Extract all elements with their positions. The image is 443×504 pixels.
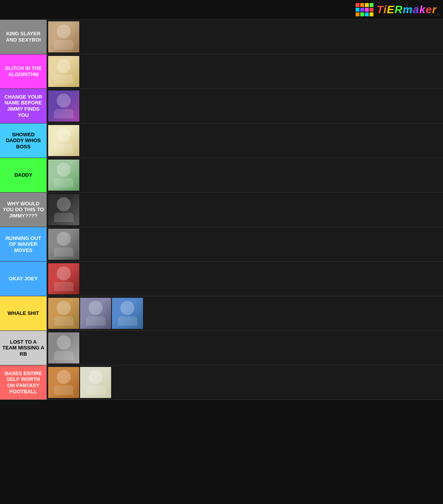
- tier-photo-0-0[interactable]: [48, 21, 79, 52]
- tier-content-9: [47, 331, 443, 365]
- tier-content-1: [47, 54, 443, 89]
- tier-label-4: DADDY: [0, 158, 47, 192]
- tier-row-4: DADDY: [0, 158, 443, 193]
- tier-content-7: [47, 262, 443, 296]
- tier-row-0: KING SLAYER AND SEXYBOI: [0, 20, 443, 54]
- tier-photo-6-0[interactable]: [48, 229, 79, 260]
- tier-content-4: [47, 158, 443, 192]
- tier-photo-1-0[interactable]: [48, 56, 79, 87]
- tier-photo-3-0[interactable]: [48, 125, 79, 156]
- header: TiERmaker: [0, 0, 443, 20]
- tier-label-5: WHY WOULD YOU DO THIS TO JIMMY????: [0, 193, 47, 227]
- tier-container: KING SLAYER AND SEXYBOIGLITCH IN THE ALG…: [0, 20, 443, 400]
- logo-cell-1: [356, 3, 359, 7]
- tier-label-3: SHOWED DADDY WHOS BOSS: [0, 123, 47, 158]
- logo-cell-3: [365, 3, 369, 7]
- tier-photo-8-2[interactable]: [112, 298, 143, 329]
- tier-content-6: [47, 227, 443, 261]
- tier-photo-2-0[interactable]: [48, 90, 79, 122]
- tier-photo-4-0[interactable]: [48, 160, 79, 191]
- logo-cell-8: [370, 8, 373, 12]
- tier-label-6: RUNNING OUT OF WAIVER MOVES: [0, 227, 47, 261]
- logo-cell-6: [360, 8, 364, 12]
- tier-content-3: [47, 123, 443, 158]
- tier-row-8: WHALE SHIT: [0, 296, 443, 331]
- tier-row-5: WHY WOULD YOU DO THIS TO JIMMY????: [0, 193, 443, 227]
- logo-cell-12: [370, 12, 373, 16]
- logo-cell-10: [360, 12, 364, 16]
- tier-content-10: [47, 365, 443, 400]
- tier-photo-8-0[interactable]: [48, 298, 79, 329]
- tier-content-0: [47, 20, 443, 54]
- logo-cell-4: [370, 3, 373, 7]
- tier-label-10: BASES ENTIRE SELF WORTH ON FANTASY FOOTB…: [0, 365, 47, 400]
- tier-photo-8-1[interactable]: [80, 298, 111, 329]
- tier-content-2: [47, 89, 443, 123]
- tier-photo-9-0[interactable]: [48, 332, 79, 363]
- logo-text: TiERmaker: [377, 3, 437, 16]
- tier-photo-10-0[interactable]: [48, 367, 79, 398]
- tier-photo-7-0[interactable]: [48, 263, 79, 294]
- tier-label-8: WHALE SHIT: [0, 296, 47, 330]
- logo-cell-7: [365, 8, 369, 12]
- tier-content-5: [47, 193, 443, 227]
- tier-row-10: BASES ENTIRE SELF WORTH ON FANTASY FOOTB…: [0, 365, 443, 400]
- tier-content-8: [47, 296, 443, 330]
- logo-cell-9: [356, 12, 359, 16]
- tier-row-9: LOST TO A TEAM MISSING A RB: [0, 331, 443, 365]
- logo-cell-5: [356, 8, 359, 12]
- tiermaker-logo: TiERmaker: [356, 3, 437, 16]
- tier-row-1: GLITCH IN THE ALGORITHM: [0, 54, 443, 89]
- tier-row-3: SHOWED DADDY WHOS BOSS: [0, 123, 443, 158]
- logo-cell-2: [360, 3, 364, 7]
- tier-label-7: OKAY JOEY: [0, 262, 47, 296]
- logo-icon-grid: [356, 3, 373, 16]
- tier-label-1: GLITCH IN THE ALGORITHM: [0, 54, 47, 89]
- tier-label-9: LOST TO A TEAM MISSING A RB: [0, 331, 47, 365]
- tier-photo-5-0[interactable]: [48, 194, 79, 225]
- logo-cell-11: [365, 12, 369, 16]
- tier-label-2: CHANGE YOUR NAME BEFORE JIMMY FINDS YOU: [0, 89, 47, 123]
- tier-label-0: KING SLAYER AND SEXYBOI: [0, 20, 47, 54]
- tier-photo-10-1[interactable]: [80, 367, 111, 398]
- tier-row-6: RUNNING OUT OF WAIVER MOVES: [0, 227, 443, 262]
- tier-row-7: OKAY JOEY: [0, 262, 443, 296]
- tier-row-2: CHANGE YOUR NAME BEFORE JIMMY FINDS YOU: [0, 89, 443, 123]
